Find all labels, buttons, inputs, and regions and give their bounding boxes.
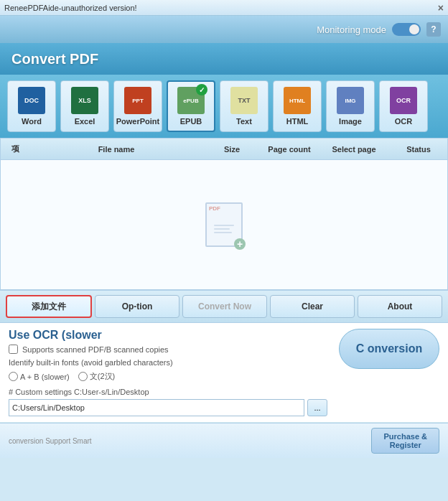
header-section: Convert PDF (0, 43, 448, 75)
format-btn-ppt[interactable]: PPT PowerPoint (113, 80, 162, 132)
monitoring-toggle[interactable] (392, 23, 421, 36)
ocr-icon: OCR (390, 87, 417, 114)
format-btn-image[interactable]: IMG Image (326, 80, 375, 132)
convert-button[interactable]: C onversion (339, 329, 439, 369)
html-icon: HTML (284, 87, 311, 114)
epub-icon: ePUB ✓ (177, 87, 205, 114)
add-file-circle-icon: + (234, 238, 246, 250)
font-option-row: Identify built-in fonts (avoid garbled c… (9, 358, 327, 367)
ocr-description: Supports scanned PDF/B scanned copies (22, 345, 169, 354)
format-btn-excel[interactable]: XLS Excel (60, 80, 109, 132)
format-btn-word[interactable]: DOC Word (7, 80, 56, 132)
title-bar: ReneePDFAide-unauthorized version! × (0, 0, 448, 16)
text-icon: TXT (230, 87, 258, 114)
browse-button[interactable]: ... (307, 399, 327, 416)
top-bar: Monitoring mode ? (0, 16, 448, 43)
table-header: 项 File name Size Page count Select page … (1, 139, 447, 160)
option-button[interactable]: Op-tion (95, 295, 179, 318)
add-file-button[interactable]: 添加文件 (6, 295, 92, 318)
col-filename: File name (29, 145, 203, 154)
format-btn-epub[interactable]: ePUB ✓ EPUB (167, 80, 215, 132)
clear-button[interactable]: Clear (270, 295, 355, 318)
monitoring-label: Monitoring mode (317, 24, 386, 35)
footer-bar: conversion Support Smart Purchase & Regi… (0, 423, 448, 458)
purchase-button[interactable]: Purchase & Register (371, 428, 439, 454)
about-button[interactable]: About (358, 295, 442, 318)
format-toolbar: DOC Word XLS Excel PPT PowerPoint ePUB ✓… (0, 75, 448, 138)
folder-input[interactable] (9, 399, 304, 416)
app-title: Convert PDF (11, 51, 98, 67)
save-folder-label: # Custom settings C:User-s/Lin/Desktop (9, 388, 327, 396)
close-button[interactable]: × (438, 2, 444, 14)
title-bar-text: ReneePDFAide-unauthorized version! (4, 4, 137, 12)
drop-area: PDF + (202, 200, 246, 250)
ppt-icon: PPT (124, 87, 151, 114)
col-index: 项 (1, 144, 29, 154)
image-label: Image (339, 117, 362, 126)
html-label: HTML (286, 117, 309, 126)
ocr-checkbox[interactable] (9, 345, 18, 354)
radio-b[interactable]: 文(2汉) (78, 371, 115, 382)
ocr-checkbox-row: Supports scanned PDF/B scanned copies (9, 345, 327, 354)
ppt-label: PowerPoint (116, 117, 160, 126)
folder-input-row: ... (9, 399, 327, 416)
help-button[interactable]: ? (426, 22, 441, 37)
action-bar: 添加文件 Op-tion Convert Now Clear About (0, 290, 448, 323)
pdf-label-small: PDF (209, 205, 220, 212)
col-status: Status (390, 145, 447, 154)
pdf-drop-icon: PDF + (202, 200, 246, 250)
format-btn-ocr[interactable]: OCR OCR (379, 80, 428, 132)
epub-label: EPUB (180, 117, 202, 126)
radio-a[interactable]: A + B (slower) (9, 371, 70, 382)
word-label: Word (22, 117, 42, 126)
col-pagecount: Page count (261, 145, 318, 154)
ocr-label: OCR (395, 117, 412, 126)
image-icon: IMG (337, 87, 364, 114)
word-icon: DOC (18, 87, 45, 114)
radio-row: A + B (slower) 文(2汉) (9, 371, 327, 382)
options-panel: Use OCR (slower Supports scanned PDF/B s… (0, 323, 448, 423)
convert-now-button[interactable]: Convert Now (182, 295, 267, 318)
footer-text: conversion Support Smart (9, 437, 92, 445)
ocr-title: Use OCR (slower (9, 329, 327, 342)
file-table: 项 File name Size Page count Select page … (0, 138, 448, 290)
format-btn-text[interactable]: TXT Text (220, 80, 269, 132)
format-btn-html[interactable]: HTML HTML (273, 80, 322, 132)
excel-icon: XLS (71, 87, 98, 114)
col-selectpage: Select page (318, 145, 390, 154)
excel-label: Excel (75, 117, 95, 126)
table-body: PDF + (1, 160, 447, 289)
text-label: Text (236, 117, 252, 126)
check-badge: ✓ (196, 84, 207, 95)
col-size: Size (203, 145, 261, 154)
